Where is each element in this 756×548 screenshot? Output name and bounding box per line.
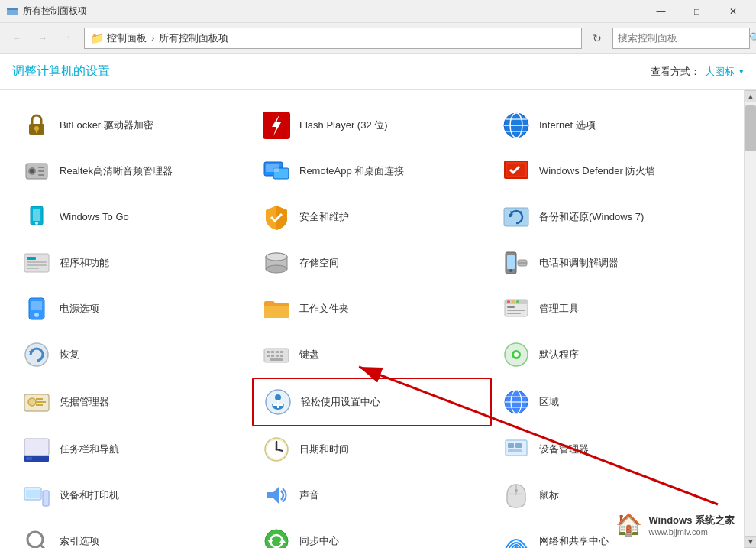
panel-item-credential[interactable]: 凭据管理器 [12, 378, 252, 426]
content-header: 调整计算机的设置 查看方式： 大图标 ▾ [0, 54, 756, 90]
svg-rect-53 [507, 306, 515, 308]
items-grid: BitLocker 驱动器加密Flash Player (32 位)Intern… [12, 102, 732, 548]
address-bar: ← → ↑ 📁 控制面板 › 所有控制面板项 ↻ 🔍 [0, 23, 756, 54]
realtek-icon [21, 156, 52, 186]
panel-item-default[interactable]: 默认程序 [492, 332, 732, 378]
panel-item-taskbar[interactable]: 任务栏和导航 [12, 426, 252, 472]
view-value[interactable]: 大图标 [705, 65, 735, 79]
phone-label: 电话和调制解调器 [539, 257, 619, 270]
panel-item-datetime[interactable]: 日期和时间 [252, 426, 492, 472]
panel-item-manage[interactable]: 管理工具 [492, 286, 732, 332]
panel-item-workfolder[interactable]: 工作文件夹 [252, 286, 492, 332]
scrollbar-up[interactable]: ▲ [745, 90, 756, 102]
manage-label: 管理工具 [539, 303, 579, 316]
panel-item-search[interactable]: 索引选项 [12, 518, 252, 548]
panel-item-storage[interactable]: 存储空间 [252, 240, 492, 286]
svg-rect-91 [508, 443, 514, 448]
svg-point-70 [514, 352, 519, 357]
minimize-button[interactable]: — [644, 0, 678, 23]
panel-item-remoteapp[interactable]: RemoteApp 和桌面连接 [252, 148, 492, 194]
storage-label: 存储空间 [299, 257, 339, 270]
window-icon [6, 5, 18, 18]
close-button[interactable]: ✕ [716, 0, 750, 23]
remoteapp-icon [261, 156, 292, 186]
svg-rect-20 [266, 164, 279, 172]
panel-item-bitlocker[interactable]: BitLocker 驱动器加密 [12, 102, 252, 148]
scrollbar[interactable]: ▲ ▼ [744, 90, 756, 548]
panel-item-devices[interactable]: 设备和打印机 [12, 472, 252, 518]
svg-rect-17 [38, 174, 44, 176]
recovery-label: 恢复 [60, 349, 79, 362]
devices-label: 设备和打印机 [60, 489, 119, 502]
title-bar: 所有控制面板项 — □ ✕ [0, 0, 756, 23]
panel-item-easyaccess[interactable]: 轻松使用设置中心 [252, 378, 492, 426]
svg-point-102 [265, 530, 288, 548]
svg-point-51 [512, 300, 515, 303]
panel-item-defender[interactable]: Windows Defender 防火墙 [492, 148, 732, 194]
windowstogo-label: Windows To Go [60, 211, 129, 224]
chevron-down-icon[interactable]: ▾ [739, 66, 744, 76]
forward-button[interactable]: → [32, 28, 53, 49]
svg-rect-65 [276, 355, 279, 357]
maximize-button[interactable]: □ [680, 0, 714, 23]
scrollbar-thumb[interactable] [745, 105, 756, 151]
region-label: 区域 [539, 396, 559, 409]
keyboard-label: 键盘 [299, 349, 319, 362]
panel-item-programs[interactable]: 程序和功能 [12, 240, 252, 286]
up-button[interactable]: ↑ [58, 28, 79, 49]
panel-item-region[interactable]: 区域 [492, 378, 732, 426]
panel-item-internet[interactable]: Internet 选项 [492, 102, 732, 148]
panel-item-flash[interactable]: Flash Player (32 位) [252, 102, 492, 148]
programs-label: 程序和功能 [60, 257, 109, 270]
breadcrumb-root: 控制面板 [107, 31, 147, 45]
panel-item-windowstogo[interactable]: Windows To Go [12, 194, 252, 240]
security-icon [261, 202, 292, 232]
address-field[interactable]: 📁 控制面板 › 所有控制面板项 [84, 28, 582, 49]
region-icon [501, 387, 531, 417]
sound-label: 声音 [299, 489, 319, 502]
defender-label: Windows Defender 防火墙 [539, 165, 655, 178]
window-title: 所有控制面板项 [23, 5, 87, 18]
svg-point-99 [515, 489, 518, 492]
scrollbar-down[interactable]: ▼ [745, 536, 756, 548]
search-box[interactable]: 🔍 [612, 28, 750, 49]
svg-rect-96 [26, 490, 40, 498]
svg-rect-67 [270, 358, 283, 361]
credential-label: 凭据管理器 [60, 396, 109, 409]
svg-rect-31 [27, 257, 36, 260]
svg-rect-15 [38, 167, 44, 168]
panel-item-devmanager[interactable]: 设备管理器 [492, 426, 732, 472]
svg-rect-55 [507, 313, 521, 314]
svg-rect-47 [264, 306, 289, 318]
panel-item-security[interactable]: 安全和维护 [252, 194, 492, 240]
panel-item-sound[interactable]: 声音 [252, 472, 492, 518]
backup-label: 备份和还原(Windows 7) [539, 211, 644, 224]
credential-icon [21, 387, 52, 417]
panel-item-phone[interactable]: 电话和调制解调器 [492, 240, 732, 286]
svg-rect-4 [36, 130, 37, 133]
svg-rect-60 [271, 351, 274, 353]
panel-item-realtek[interactable]: Realtek高清晰音频管理器 [12, 148, 252, 194]
refresh-button[interactable]: ↻ [586, 28, 608, 49]
panel-item-power[interactable]: 电源选项 [12, 286, 252, 332]
default-label: 默认程序 [539, 349, 579, 362]
back-button[interactable]: ← [6, 28, 27, 49]
svg-point-26 [35, 222, 38, 225]
workfolder-icon [261, 293, 292, 324]
panel-item-sync[interactable]: 同步中心 [252, 518, 492, 548]
flash-label: Flash Player (32 位) [299, 119, 388, 132]
power-icon [21, 293, 52, 324]
panel-item-backup[interactable]: 备份和还原(Windows 7) [492, 194, 732, 240]
storage-icon [261, 248, 292, 278]
keyboard-icon [261, 339, 292, 370]
network-label: 网络和共享中心 [539, 535, 609, 548]
security-label: 安全和维护 [299, 211, 349, 224]
svg-rect-92 [515, 443, 522, 448]
watermark: 🏠 Windows 系统之家 www.bjjmlv.com [609, 509, 741, 540]
main-area: BitLocker 驱动器加密Flash Player (32 位)Intern… [0, 90, 756, 548]
svg-point-46 [34, 313, 39, 317]
search-input[interactable] [618, 32, 746, 44]
panel-item-recovery[interactable]: 恢复 [12, 332, 252, 378]
panel-item-keyboard[interactable]: 键盘 [252, 332, 492, 378]
watermark-url: www.bjjmlv.com [648, 527, 735, 537]
